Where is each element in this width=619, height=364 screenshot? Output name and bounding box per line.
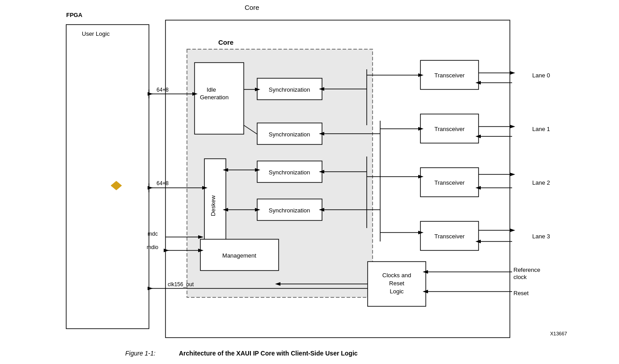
signal-64-8-top-label: 64+8: [157, 87, 169, 93]
signal-64-8-mid-label: 64+8: [157, 180, 169, 186]
lane-label-1: Lane 1: [532, 126, 550, 132]
gold-diamond: [111, 181, 122, 190]
core-bold-label: Core: [218, 38, 233, 46]
user-logic-rect: [66, 25, 149, 329]
transceiver-label-2: Transceiver: [434, 179, 465, 186]
deskew-label: Deskew: [210, 195, 216, 216]
arrow-lane0-out: [510, 71, 515, 75]
sync-label-1: Synchronization: [269, 131, 310, 138]
transceiver-label-0: Transceiver: [434, 72, 465, 79]
transceiver-label-3: Transceiver: [434, 233, 465, 240]
user-logic-label: User Logic: [82, 30, 110, 37]
idle-gen-label2: Generation: [200, 94, 229, 101]
ref-clock-label: Reference: [513, 267, 540, 273]
figure-caption: Architecture of the XAUI IP Core with Cl…: [179, 350, 358, 357]
mdio-label: mdio: [147, 244, 158, 250]
fpga-label: FPGA: [66, 12, 83, 18]
sync-label-3: Synchronization: [269, 207, 310, 214]
clk156-label: clk156_out: [168, 281, 194, 288]
sync-label-0: Synchronization: [269, 86, 310, 93]
xref-label: X13667: [550, 331, 567, 336]
arrow-lane3-out: [510, 229, 515, 232]
arrow-clk156: [148, 287, 153, 290]
idle-gen-label1: Idle: [207, 86, 216, 93]
arrow-idle-out: [148, 92, 153, 96]
lane-label-2: Lane 2: [532, 179, 550, 186]
lane-label-3: Lane 3: [532, 233, 550, 240]
diagram-container: Core FPGA User Logic Core Encrypted HDL …: [0, 0, 619, 364]
ref-clock-label2: clock: [513, 274, 527, 280]
arrow-lane1-out: [510, 125, 515, 128]
management-label: Management: [222, 252, 256, 259]
clocks-reset-label3: Logic: [390, 288, 404, 295]
arrow-lane2-out: [510, 173, 515, 176]
mdc-label: mdc: [148, 231, 158, 237]
clocks-reset-label2: Reset: [389, 280, 404, 287]
title-core: Core: [245, 4, 259, 11]
figure-label: Figure 1-1:: [125, 350, 156, 357]
arrow-mdio-left: [164, 249, 169, 252]
transceiver-label-1: Transceiver: [434, 126, 465, 132]
clocks-reset-label1: Clocks and: [382, 272, 411, 279]
lane-label-0: Lane 0: [532, 72, 550, 79]
arrow-deskew-out: [148, 186, 153, 190]
reset-label: Reset: [513, 290, 529, 296]
sync-label-2: Synchronization: [269, 169, 310, 176]
